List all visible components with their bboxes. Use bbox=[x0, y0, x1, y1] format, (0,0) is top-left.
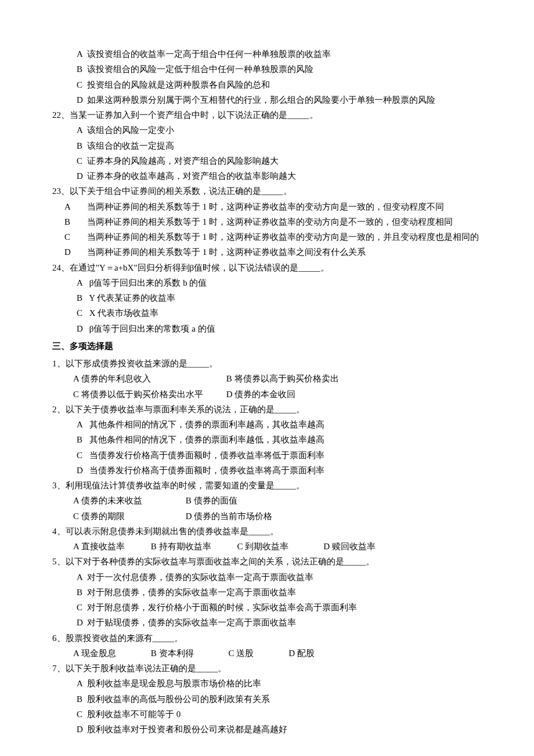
option-c: C股利收益率不可能等于 0 bbox=[77, 707, 482, 722]
option-a: A当两种证券间的相关系数等于 1 时，这两种证券收益率的变动方向是一致的，但变动… bbox=[77, 199, 482, 214]
option-c: C当两种证券间的相关系数等于 1 时，这两种证券收益率的变动方向是一致的，并且变… bbox=[77, 229, 482, 244]
option-row: A 现金股息 B 资本利得 C 送股 D 配股 bbox=[52, 646, 482, 661]
option-a: A该投资组合的收益率一定高于组合中任何一种单独股票的收益率 bbox=[77, 46, 482, 62]
option-letter: B bbox=[77, 214, 87, 229]
question-options: A 其他条件相同的情况下，债券的票面利率越高，其收益率越高 B 其他条件相同的情… bbox=[52, 417, 482, 478]
option-text: 股利收益率对于投资者和股份公司来说都是越高越好 bbox=[87, 725, 287, 734]
option-letter: B bbox=[77, 62, 87, 77]
option-text: 该投资组合的收益率一定高于组合中任何一种单独股票的收益率 bbox=[87, 49, 331, 59]
option-c: C 当债券发行价格高于债券面额时，债券收益率将低于票面利率 bbox=[77, 448, 482, 463]
question-23: 23、以下关于组合中证券间的相关系数，说法正确的是_____。 A当两种证券间的… bbox=[52, 183, 482, 260]
option-text: 投资组合的风险就是这两种股票各自风险的总和 bbox=[87, 80, 270, 89]
option-letter: B bbox=[77, 138, 87, 153]
option-text: 如果这两种股票分别属于两个互相替代的行业，那么组合的风险要小于单独一种股票的风险 bbox=[87, 95, 435, 105]
option-a: A该组合的风险一定变小 bbox=[77, 123, 482, 138]
option-letter: D bbox=[77, 615, 87, 630]
option-letter: A bbox=[77, 417, 87, 432]
option-text: 当债券发行价格高于债券面额时，债券收益率将高于票面利率 bbox=[89, 466, 324, 475]
option-text: 对于一次付息债券，债券的实际收益率一定高于票面收益率 bbox=[87, 573, 313, 582]
option-text: 对于附息债券，债券的实际收益率一定高于票面收益率 bbox=[87, 588, 296, 597]
option-row: A 直接收益率 B 持有期收益率 C 到期收益率 D 赎回收益率 bbox=[52, 539, 482, 554]
option-text: 该投资组合的风险一定低于组合中任何一种单独股票的风险 bbox=[87, 64, 313, 74]
option-b: B该投资组合的风险一定低于组合中任何一种单独股票的风险 bbox=[77, 62, 482, 77]
question-stem: 1、以下形成债券投资收益来源的是_____。 bbox=[52, 356, 482, 371]
option-b: B 资本利得 bbox=[151, 646, 226, 661]
option-d: D 当债券发行价格高于债券面额时，债券收益率将高于票面利率 bbox=[77, 463, 482, 478]
option-c: C对于附息债券，发行价格小于面额的时候，实际收益率会高于票面利率 bbox=[77, 600, 482, 615]
option-letter: A bbox=[77, 275, 87, 290]
question-stem: 3、利用现值法计算债券收益率的时候，需要知道的变量是_____。 bbox=[52, 478, 482, 493]
option-text: 当两种证券间的相关系数等于 1 时，这两种证券收益率之间没有什么关系 bbox=[87, 247, 366, 257]
option-d: D 配股 bbox=[288, 646, 315, 661]
option-c: C 到期收益率 bbox=[237, 539, 322, 554]
option-letter: D bbox=[77, 168, 87, 183]
option-b: B对于附息债券，债券的实际收益率一定高于票面收益率 bbox=[77, 585, 482, 600]
option-d: D如果这两种股票分别属于两个互相替代的行业，那么组合的风险要小于单独一种股票的风… bbox=[77, 92, 482, 107]
option-a: A 其他条件相同的情况下，债券的票面利率越高，其收益率越高 bbox=[77, 417, 482, 432]
option-text: β值等于回归出来的系数 b 的值 bbox=[89, 278, 207, 287]
option-letter: B bbox=[77, 585, 87, 600]
option-letter: C bbox=[77, 600, 87, 615]
option-letter: C bbox=[77, 229, 87, 244]
option-letter: D bbox=[77, 244, 87, 260]
multi-question-3: 3、利用现值法计算债券收益率的时候，需要知道的变量是_____。 A 债券的未来… bbox=[52, 478, 482, 524]
question-options: A当两种证券间的相关系数等于 1 时，这两种证券收益率的变动方向是一致的，但变动… bbox=[52, 199, 482, 260]
multi-question-2: 2、以下关于债券收益率与票面利率关系的说法，正确的是_____。 A 其他条件相… bbox=[52, 402, 482, 478]
option-a: A 债券的年利息收入 bbox=[73, 371, 224, 386]
option-a: A 债券的未来收益 bbox=[73, 493, 183, 508]
option-text: 股利收益率是现金股息与股票市场价格的比率 bbox=[87, 679, 261, 688]
option-d: D证券本身的收益率越高，对资产组合的收益率影响越大 bbox=[77, 168, 482, 183]
option-d: D 债券的当前市场价格 bbox=[186, 509, 273, 524]
option-letter: A bbox=[77, 123, 87, 138]
question-22: 22、当某一证券加入到一个资产组合中时，以下说法正确的是_____。 A该组合的… bbox=[52, 107, 482, 183]
option-a: A 直接收益率 bbox=[73, 539, 149, 554]
option-text: 证券本身的收益率越高，对资产组合的收益率影响越大 bbox=[87, 171, 296, 181]
option-b: B当两种证券间的相关系数等于 1 时，这两种证券收益率的变动方向是不一致的，但变… bbox=[77, 214, 482, 229]
option-b: B Y 代表某证券的收益率 bbox=[77, 290, 482, 305]
question-stem: 23、以下关于组合中证券间的相关系数，说法正确的是_____。 bbox=[52, 183, 482, 199]
option-letter: D bbox=[77, 321, 87, 336]
question-stem: 5、以下对于各种债券的实际收益率与票面收益率之间的关系，说法正确的是_____。 bbox=[52, 554, 482, 569]
question-stem: 6、股票投资收益的来源有_____。 bbox=[52, 631, 482, 646]
question-stem: 4、可以表示附息债券未到期就出售的债券收益率是_____。 bbox=[52, 524, 482, 539]
option-text: Y 代表某证券的收益率 bbox=[89, 293, 175, 303]
option-b: B 持有期收益率 bbox=[151, 539, 235, 554]
option-letter: B bbox=[77, 692, 87, 707]
option-row: A 债券的未来收益 B 债券的面值 bbox=[52, 493, 482, 508]
option-text: 当债券发行价格高于债券面额时，债券收益率将低于票面利率 bbox=[89, 451, 324, 460]
option-b: B股利收益率的高低与股份公司的股利政策有关系 bbox=[77, 692, 482, 707]
question-stem: 22、当某一证券加入到一个资产组合中时，以下说法正确的是_____。 bbox=[52, 107, 482, 123]
option-a: A β值等于回归出来的系数 b 的值 bbox=[77, 275, 482, 290]
option-text: X 代表市场收益率 bbox=[89, 308, 159, 318]
option-text: 对于贴现债券，债券的实际收益率一定高于票面收益率 bbox=[87, 618, 296, 627]
option-row: C 将债券以低于购买价格卖出水平 D 债券的本金收回 bbox=[52, 387, 482, 402]
option-text: 当两种证券间的相关系数等于 1 时，这两种证券收益率的变动方向是不一致的，但变动… bbox=[87, 217, 453, 226]
option-b: B该组合的收益一定提高 bbox=[77, 138, 482, 153]
prev-question-options: A该投资组合的收益率一定高于组合中任何一种单独股票的收益率 B该投资组合的风险一… bbox=[52, 46, 482, 107]
option-text: 当两种证券间的相关系数等于 1 时，这两种证券收益率的变动方向是一致的，并且变动… bbox=[87, 232, 479, 242]
option-text: 对于附息债券，发行价格小于面额的时候，实际收益率会高于票面利率 bbox=[87, 603, 357, 612]
option-text: 股利收益率不可能等于 0 bbox=[87, 710, 181, 719]
option-row: A 债券的年利息收入 B 将债券以高于购买价格卖出 bbox=[52, 371, 482, 386]
question-stem: 7、以下关于股利收益率说法正确的是_____。 bbox=[52, 661, 482, 676]
option-c: C 将债券以低于购买价格卖出水平 bbox=[73, 387, 224, 402]
option-letter: C bbox=[77, 153, 87, 168]
option-text: 证券本身的风险越高，对资产组合的风险影响越大 bbox=[87, 156, 279, 165]
question-stem: 2、以下关于债券收益率与票面利率关系的说法，正确的是_____。 bbox=[52, 402, 482, 417]
option-letter: A bbox=[77, 570, 87, 585]
option-b: B 其他条件相同的情况下，债券的票面利率越低，其收益率越高 bbox=[77, 432, 482, 447]
option-text: 股利收益率的高低与股份公司的股利政策有关系 bbox=[87, 694, 270, 704]
option-d: D股利收益率对于投资者和股份公司来说都是越高越好 bbox=[77, 722, 482, 737]
multi-question-4: 4、可以表示附息债券未到期就出售的债券收益率是_____。 A 直接收益率 B … bbox=[52, 524, 482, 555]
option-letter: D bbox=[77, 92, 87, 107]
option-d: D β值等于回归出来的常数项 a 的值 bbox=[77, 321, 482, 336]
option-row: C 债券的期限 D 债券的当前市场价格 bbox=[52, 509, 482, 524]
option-letter: A bbox=[77, 199, 87, 214]
question-24: 24、在通过"Y＝a+bX"回归分析得到β值时候，以下说法错误的是_____。 … bbox=[52, 260, 482, 336]
option-b: B 将债券以高于购买价格卖出 bbox=[226, 371, 339, 386]
option-letter: B bbox=[77, 290, 87, 305]
option-letter: C bbox=[77, 305, 87, 321]
option-letter: D bbox=[77, 463, 87, 478]
question-options: A β值等于回归出来的系数 b 的值 B Y 代表某证券的收益率 C X 代表市… bbox=[52, 275, 482, 336]
multi-question-1: 1、以下形成债券投资收益来源的是_____。 A 债券的年利息收入 B 将债券以… bbox=[52, 356, 482, 402]
